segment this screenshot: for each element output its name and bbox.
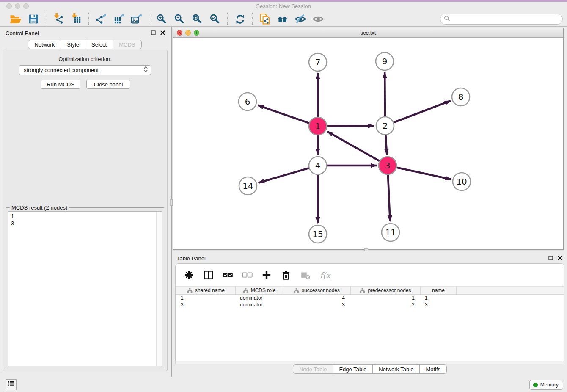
search-input[interactable] bbox=[450, 16, 562, 22]
import-table-icon[interactable] bbox=[70, 13, 83, 25]
node-label-7: 7 bbox=[315, 57, 321, 67]
table-hscrollbar[interactable] bbox=[175, 361, 564, 364]
run-mcds-button[interactable]: Run MCDS bbox=[41, 80, 80, 89]
edge-2-8[interactable] bbox=[394, 101, 451, 122]
table-cell[interactable]: 4 bbox=[283, 295, 351, 301]
settings-icon[interactable] bbox=[182, 269, 195, 282]
export-network-icon[interactable] bbox=[95, 13, 107, 25]
table-cell[interactable]: dominator bbox=[236, 301, 283, 308]
tab-motifs[interactable]: Motifs bbox=[420, 364, 447, 374]
control-panel: Control Panel NetworkStyleSelectMCDS Opt… bbox=[0, 27, 170, 377]
delete-row-icon[interactable] bbox=[280, 269, 292, 282]
tab-edge-table[interactable]: Edge Table bbox=[333, 364, 373, 374]
optimization-criterion-label: Optimization criterion: bbox=[3, 56, 167, 62]
network-window-titlebar: ✕ − + scc.txt bbox=[173, 28, 563, 38]
close-panel-icon[interactable] bbox=[557, 255, 563, 262]
table-cell[interactable]: dominator bbox=[236, 295, 283, 301]
close-panel-icon[interactable] bbox=[160, 30, 165, 37]
edge-3-11[interactable] bbox=[388, 174, 390, 221]
workspace: Control Panel NetworkStyleSelectMCDS Opt… bbox=[0, 27, 567, 377]
table-cell[interactable]: 1 bbox=[421, 295, 457, 301]
zoom-in-icon[interactable] bbox=[155, 13, 168, 25]
show-all-icon[interactable] bbox=[312, 13, 325, 25]
edge-3-1[interactable] bbox=[328, 132, 380, 161]
node-label-6: 6 bbox=[245, 97, 250, 107]
table-toolbar: f(x) bbox=[176, 264, 564, 286]
control-panel-title: Control Panel bbox=[6, 30, 39, 36]
column-header-predecessor-nodes[interactable]: predecessor nodes bbox=[351, 287, 421, 294]
edge-2-3[interactable] bbox=[385, 135, 387, 155]
column-header-MCDS-role[interactable]: MCDS role bbox=[236, 287, 283, 294]
table-header-row: shared nameMCDS rolesuccessor nodesprede… bbox=[176, 286, 564, 295]
clone-network-icon[interactable] bbox=[259, 13, 271, 25]
edge-1-6[interactable] bbox=[258, 105, 310, 124]
zoom-out-icon[interactable] bbox=[173, 13, 186, 25]
edge-4-14[interactable] bbox=[259, 168, 309, 183]
search-field[interactable] bbox=[440, 14, 563, 25]
criterion-dropdown-value: strongly connected component bbox=[24, 67, 143, 73]
node-label-11: 11 bbox=[385, 227, 396, 237]
table-row[interactable]: 1dominator411 bbox=[176, 295, 564, 301]
mcds-result-area[interactable]: 13 bbox=[8, 211, 162, 366]
select-all-icon[interactable] bbox=[221, 269, 234, 282]
network-canvas[interactable]: 7968124314101511 bbox=[173, 38, 563, 249]
export-image-icon[interactable] bbox=[130, 13, 143, 25]
deselect-all-icon[interactable] bbox=[241, 269, 253, 282]
delete-table-icon bbox=[299, 269, 312, 282]
split-columns-icon[interactable] bbox=[202, 269, 215, 282]
result-scrollbar[interactable] bbox=[156, 212, 162, 366]
node-label-1: 1 bbox=[315, 121, 321, 131]
mcds-result-box: MCDS result (2 nodes) 13 bbox=[6, 207, 164, 368]
tab-select[interactable]: Select bbox=[85, 40, 113, 49]
memory-status-dot bbox=[533, 383, 538, 387]
tab-mcds[interactable]: MCDS bbox=[113, 40, 141, 49]
main-titlebar: Session: New Session bbox=[0, 2, 567, 12]
zoom-selected-icon[interactable] bbox=[209, 13, 221, 25]
add-row-icon[interactable] bbox=[260, 269, 273, 282]
table-cell[interactable]: 2 bbox=[351, 301, 421, 308]
table-panel: Table Panel f(x) shared nameMCDS rolesuc… bbox=[173, 252, 567, 377]
first-neighbors-icon[interactable] bbox=[276, 13, 289, 25]
edge-1-2[interactable] bbox=[327, 126, 374, 126]
node-table-card: f(x) shared nameMCDS rolesuccessor nodes… bbox=[175, 263, 564, 361]
tree-icon bbox=[294, 288, 299, 293]
control-panel-tabs: NetworkStyleSelectMCDS bbox=[28, 40, 141, 49]
horizontal-splitter-grip[interactable] bbox=[364, 248, 368, 251]
import-network-icon[interactable] bbox=[52, 13, 65, 25]
window-title: Session: New Session bbox=[0, 3, 567, 9]
close-panel-button[interactable]: Close panel bbox=[86, 80, 130, 89]
node-label-4: 4 bbox=[315, 160, 321, 171]
table-cell[interactable]: 3 bbox=[176, 301, 236, 308]
network-graph[interactable]: 7968124314101511 bbox=[173, 38, 563, 249]
float-panel-icon[interactable] bbox=[548, 255, 553, 262]
task-history-button[interactable] bbox=[6, 379, 17, 390]
mcds-result-text: 13 bbox=[11, 213, 155, 366]
table-cell[interactable]: 1 bbox=[351, 295, 421, 301]
edge-3-10[interactable] bbox=[396, 168, 451, 179]
node-label-9: 9 bbox=[382, 56, 388, 66]
edge-2-9[interactable] bbox=[385, 72, 385, 117]
hide-selected-icon[interactable] bbox=[294, 13, 307, 25]
memory-button[interactable]: Memory bbox=[529, 380, 563, 390]
status-bar: Memory bbox=[0, 377, 567, 392]
tab-network-table[interactable]: Network Table bbox=[373, 364, 420, 374]
criterion-dropdown[interactable]: strongly connected component bbox=[19, 65, 151, 75]
table-row[interactable]: 3dominator323 bbox=[176, 301, 564, 308]
tab-node-table[interactable]: Node Table bbox=[293, 364, 333, 374]
table-cell[interactable]: 3 bbox=[421, 301, 457, 308]
column-header-shared-name[interactable]: shared name bbox=[176, 287, 236, 294]
table-cell[interactable]: 1 bbox=[176, 295, 236, 301]
zoom-fit-icon[interactable] bbox=[191, 13, 204, 25]
column-header-successor-nodes[interactable]: successor nodes bbox=[283, 287, 351, 294]
tab-style[interactable]: Style bbox=[61, 40, 85, 49]
refresh-layout-icon[interactable] bbox=[234, 13, 246, 25]
column-header-name[interactable]: name bbox=[421, 287, 457, 294]
tab-network[interactable]: Network bbox=[28, 40, 61, 49]
save-session-icon[interactable] bbox=[27, 13, 40, 25]
float-panel-icon[interactable] bbox=[151, 30, 156, 37]
node-label-15: 15 bbox=[312, 229, 323, 239]
table-cell[interactable]: 3 bbox=[283, 301, 351, 308]
tree-icon bbox=[360, 288, 365, 293]
open-file-icon[interactable] bbox=[9, 13, 22, 25]
export-table-icon[interactable] bbox=[113, 13, 125, 25]
